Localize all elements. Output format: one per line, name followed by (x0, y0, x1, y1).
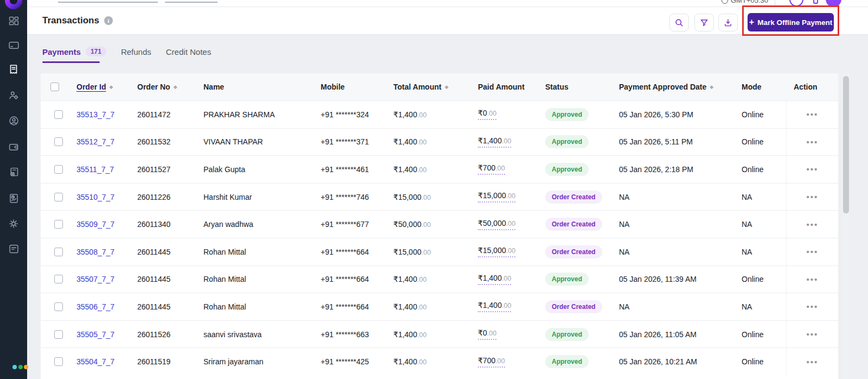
mobile-cell: +91 *******664 (313, 302, 386, 311)
student-icon (8, 115, 20, 127)
select-all-checkbox[interactable] (50, 83, 59, 91)
transactions-table: Order Id◆Order No◆NameMobileTotal Amount… (41, 73, 838, 379)
table-body: 35513_7_7 26011472 PRAKHAR SHARMA +91 **… (41, 100, 838, 375)
mobile-cell: +91 *******746 (313, 193, 386, 201)
row-checkbox[interactable] (54, 248, 63, 256)
app-logo[interactable] (5, 0, 22, 9)
status-dots (12, 365, 28, 369)
row-actions-icon[interactable]: ••• (807, 138, 819, 146)
download-button[interactable] (718, 14, 738, 31)
total-amount-cell: ₹1,400.00 (386, 137, 470, 146)
paid-amount-value[interactable]: ₹15,000.00 (478, 246, 515, 257)
sidebar-item-wallet[interactable] (0, 135, 27, 159)
avatar[interactable] (826, 0, 841, 7)
column-header-order-id[interactable]: Order Id◆ (69, 83, 130, 91)
status-cell: Order Created (538, 218, 611, 231)
order-id-link[interactable]: 35512_7_7 (76, 137, 114, 146)
notifications-icon[interactable] (813, 0, 818, 4)
support-icon[interactable] (789, 0, 803, 7)
row-checkbox[interactable] (54, 357, 63, 366)
sidebar-item-card-payments[interactable] (0, 33, 27, 57)
tab-refunds[interactable]: Refunds (121, 47, 151, 56)
fee-receipt-icon (8, 167, 20, 178)
sidebar-item-transactions[interactable] (0, 58, 27, 81)
sort-icon[interactable]: ◆ (445, 84, 449, 90)
mode-cell: NA (734, 220, 786, 229)
row-checkbox[interactable] (54, 302, 63, 311)
tab-credit-notes[interactable]: Credit Notes (166, 47, 211, 56)
order-id-link[interactable]: 35505_7_7 (76, 330, 114, 339)
sort-icon[interactable]: ◆ (109, 84, 113, 90)
column-header-total-amount[interactable]: Total Amount◆ (386, 83, 470, 91)
order-id-link[interactable]: 35509_7_7 (76, 220, 114, 229)
row-checkbox[interactable] (54, 275, 63, 283)
sidebar-item-forms[interactable] (0, 237, 27, 261)
paid-amount-value[interactable]: ₹700.00 (478, 163, 505, 175)
row-actions-icon[interactable]: ••• (807, 165, 819, 173)
row-actions-icon[interactable]: ••• (807, 302, 819, 311)
download-icon (723, 18, 733, 28)
row-actions-icon[interactable]: ••• (807, 248, 819, 256)
sidebar-item-student[interactable] (0, 109, 27, 132)
row-checkbox[interactable] (54, 110, 63, 119)
search-button[interactable] (669, 14, 689, 31)
filter-button[interactable] (694, 14, 714, 31)
sidebar-item-user-settings[interactable] (0, 83, 27, 107)
payment-approved-date-cell: 05 Jan 2026, 2:18 PM (611, 165, 734, 174)
paid-amount-value[interactable]: ₹50,000.00 (478, 219, 515, 230)
row-actions-icon[interactable]: ••• (807, 193, 819, 201)
order-id-link[interactable]: 35510_7_7 (76, 193, 114, 201)
status-cell: Approved (538, 328, 611, 341)
scrollbar-thumb[interactable] (843, 76, 849, 213)
scrollbar-track[interactable] (842, 73, 850, 379)
paid-amount-value[interactable]: ₹1,400.00 (478, 136, 511, 148)
status-cell: Order Created (538, 300, 611, 313)
order-id-link[interactable]: 35507_7_7 (76, 275, 114, 283)
mode-cell: NA (734, 302, 786, 311)
status-badge: Approved (545, 135, 589, 148)
row-checkbox[interactable] (54, 193, 63, 201)
row-checkbox[interactable] (54, 137, 63, 146)
paid-amount-value[interactable]: ₹700.00 (478, 356, 505, 368)
sidebar-item-settings[interactable] (0, 212, 27, 236)
sort-icon[interactable]: ◆ (710, 84, 713, 90)
row-actions-icon[interactable]: ••• (807, 220, 819, 229)
sidebar-item-analytics[interactable] (0, 186, 27, 210)
status-cell: Approved (538, 273, 611, 286)
sidebar-item-dashboard[interactable] (0, 9, 27, 33)
paid-amount-value[interactable]: ₹0.00 (478, 109, 496, 120)
order-id-link[interactable]: 35508_7_7 (76, 248, 114, 256)
sort-icon[interactable]: ◆ (174, 84, 177, 90)
order-no-cell: 26011526 (130, 330, 196, 339)
sidebar-item-fee-receipt[interactable] (0, 160, 27, 184)
order-id-link[interactable]: 35511_7_7 (76, 165, 114, 174)
row-actions-icon[interactable]: ••• (807, 358, 819, 366)
payment-approved-date-cell: 05 Jan 2026, 5:30 PM (611, 110, 734, 119)
paid-amount-cell: ₹1,400.00 (470, 301, 538, 312)
mode-cell: Online (734, 110, 786, 119)
row-checkbox[interactable] (54, 165, 63, 174)
row-actions-icon[interactable]: ••• (807, 110, 819, 118)
paid-amount-value[interactable]: ₹0.00 (478, 329, 496, 340)
column-header-order-no[interactable]: Order No◆ (130, 83, 196, 91)
order-id-link[interactable]: 35504_7_7 (76, 357, 114, 366)
column-header-payment-approved-date[interactable]: Payment Approved Date◆ (611, 83, 734, 91)
table-row: 35504_7_7 26011519 Sriram jayaraman +91 … (41, 348, 838, 375)
payments-count-badge: 171 (86, 47, 106, 56)
row-checkbox[interactable] (54, 220, 63, 229)
tab-payments[interactable]: Payments 171 (42, 47, 106, 56)
row-actions-icon[interactable]: ••• (807, 330, 819, 338)
total-amount-cell: ₹1,400.00 (386, 275, 470, 283)
paid-amount-value[interactable]: ₹1,400.00 (478, 274, 511, 285)
mark-offline-payment-button[interactable]: + Mark Offline Payment (748, 13, 834, 31)
paid-amount-cell: ₹0.00 (470, 109, 538, 120)
name-cell: Harshit Kumar (196, 193, 313, 201)
row-checkbox[interactable] (54, 330, 63, 339)
order-id-link[interactable]: 35513_7_7 (76, 110, 114, 119)
row-actions-icon[interactable]: ••• (807, 275, 819, 283)
info-icon[interactable]: i (104, 16, 113, 25)
paid-amount-value[interactable]: ₹1,400.00 (478, 301, 511, 312)
mobile-cell: +91 *******664 (313, 248, 386, 256)
paid-amount-value[interactable]: ₹15,000.00 (478, 191, 515, 203)
order-id-link[interactable]: 35506_7_7 (76, 302, 114, 311)
